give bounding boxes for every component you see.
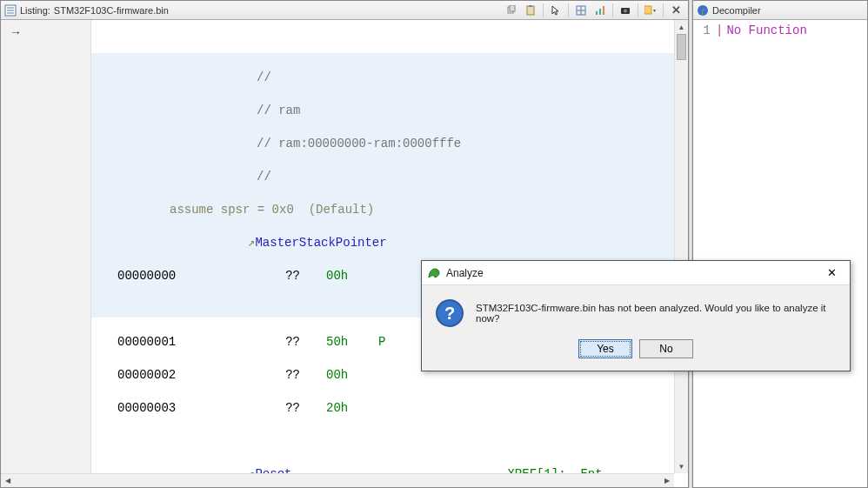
decompiler-panel: f Decompiler 1 | No Function [692, 0, 868, 488]
grid-icon[interactable] [572, 3, 590, 18]
layout-dropdown-icon[interactable] [642, 3, 659, 18]
horizontal-scrollbar[interactable]: ◀ ▶ [1, 473, 674, 487]
question-icon: ? [436, 299, 464, 327]
addr-cell[interactable]: 00000002 [117, 367, 248, 384]
ascii-cell: P [378, 335, 385, 349]
scroll-up-icon[interactable]: ▲ [675, 20, 688, 34]
dialog-title: Analyze [446, 267, 818, 279]
listing-icon [4, 4, 17, 17]
listing-code-area[interactable]: // // ram // ram:00000000-ram:0000fffe /… [91, 20, 688, 487]
assume-line: assume spsr = 0x0 (Default) [117, 203, 374, 217]
chart-icon[interactable] [591, 3, 609, 18]
toolbar-separator [663, 3, 664, 17]
toolbar-separator [612, 3, 613, 17]
listing-toolbar: ✕ [503, 3, 684, 18]
mnemonic-cell: ?? [248, 334, 326, 351]
scrollbar-thumb[interactable] [677, 34, 686, 60]
hex-cell: 50h [326, 334, 378, 351]
dialog-body: ? STM32F103C-firmware.bin has not been a… [422, 285, 850, 334]
dialog-message: STM32F103C-firmware.bin has not been ana… [476, 303, 836, 324]
hex-cell: 20h [326, 400, 378, 417]
decompiler-header: f Decompiler [693, 1, 867, 20]
svg-rect-6 [527, 6, 534, 15]
addr-cell[interactable]: 00000000 [117, 268, 248, 284]
decompiler-icon: f [697, 4, 709, 17]
svg-rect-7 [529, 5, 532, 7]
listing-header-file: STM32F103C-firmware.bin [54, 5, 169, 16]
yes-button[interactable]: Yes [578, 339, 632, 358]
svg-point-19 [436, 271, 437, 272]
toolbar-separator [568, 3, 569, 17]
camera-icon[interactable] [617, 3, 634, 18]
hex-cell: 00h [326, 268, 378, 284]
listing-body: → // // ram // ram:00000000-ram:0000fffe… [1, 20, 688, 487]
comment-line: // [117, 70, 271, 84]
scroll-right-icon[interactable]: ▶ [660, 474, 674, 487]
label-msp[interactable]: MasterStackPointer [255, 236, 386, 250]
listing-panel: Listing: STM32F103C-firmware.bin ✕ → [0, 0, 689, 488]
no-button[interactable]: No [639, 339, 693, 358]
listing-header: Listing: STM32F103C-firmware.bin ✕ [1, 1, 688, 20]
vertical-scrollbar[interactable]: ▲ ▼ [674, 20, 688, 473]
arrow-right-icon: → [10, 25, 22, 39]
dialog-close-icon[interactable]: ✕ [818, 264, 845, 283]
svg-rect-11 [596, 11, 598, 15]
dialog-titlebar[interactable]: Analyze ✕ [422, 261, 850, 285]
listing-gutter: → [1, 20, 91, 487]
listing-header-label: Listing: [20, 5, 50, 16]
ghidra-dragon-icon [427, 266, 441, 280]
cursor-icon[interactable] [547, 3, 564, 18]
svg-rect-12 [599, 9, 601, 15]
decompiler-body[interactable]: 1 | No Function [693, 20, 867, 487]
scroll-down-icon[interactable]: ▼ [675, 459, 688, 473]
mnemonic-cell: ?? [248, 367, 326, 384]
mnemonic-cell: ?? [248, 400, 326, 417]
decompiler-lineno: 1 [697, 23, 711, 37]
close-panel-icon[interactable]: ✕ [667, 3, 684, 18]
paste-icon[interactable] [522, 3, 539, 18]
comment-line: // ram [117, 104, 300, 117]
decompiler-text: No Function [726, 23, 806, 37]
analyze-dialog: Analyze ✕ ? STM32F103C-firmware.bin has … [421, 260, 851, 371]
toolbar-separator [543, 3, 544, 17]
addr-cell[interactable]: 00000003 [117, 400, 248, 417]
decompiler-header-label: Decompiler [712, 5, 761, 16]
mnemonic-cell: ?? [248, 268, 326, 284]
addr-cell[interactable]: 00000001 [117, 334, 248, 351]
svg-rect-5 [510, 5, 515, 11]
scroll-left-icon[interactable]: ◀ [1, 474, 15, 487]
comment-line: // [117, 170, 271, 184]
svg-point-15 [624, 9, 627, 12]
dialog-buttons: Yes No [422, 334, 850, 371]
comment-line: // ram:00000000-ram:0000fffe [117, 137, 461, 150]
svg-rect-13 [603, 6, 604, 15]
svg-rect-16 [644, 6, 651, 14]
copy-icon[interactable] [503, 3, 520, 18]
toolbar-separator [638, 3, 638, 17]
decompiler-bar-icon: | [716, 23, 723, 37]
hex-cell: 00h [326, 367, 378, 384]
